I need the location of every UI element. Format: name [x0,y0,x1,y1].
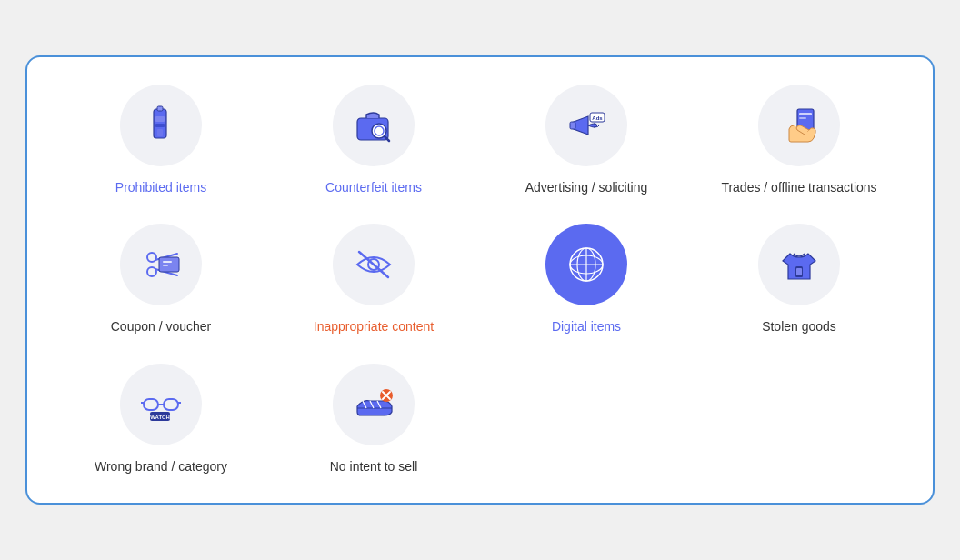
label-stolen-goods: Stolen goods [762,318,836,336]
wrong-brand-icon: WATCH [137,381,185,428]
label-no-intent: No intent to sell [330,458,418,476]
counterfeit-icon [350,102,397,149]
svg-rect-2 [155,116,165,122]
advertising-icon: Ads [563,102,610,149]
svg-rect-32 [164,399,178,410]
icon-circle-wrong-brand: WATCH [120,364,202,445]
coupon-icon [137,241,185,288]
item-stolen-goods[interactable]: Stolen goods [702,224,896,336]
svg-rect-14 [799,117,806,119]
svg-text:WATCH: WATCH [150,415,170,420]
item-counterfeit-items[interactable]: Counterfeit items [276,85,471,197]
icon-circle-counterfeit [333,85,415,166]
icon-circle-trades [758,85,840,166]
item-wrong-brand[interactable]: WATCH Wrong brand / category [64,364,258,476]
svg-rect-21 [163,265,168,266]
item-digital-items[interactable]: Digital items [489,224,684,336]
prohibited-icon [137,102,185,149]
icon-circle-inappropriate [333,224,415,305]
svg-rect-1 [157,106,163,111]
icon-circle-prohibited [120,85,202,166]
svg-rect-19 [159,257,179,272]
svg-rect-30 [796,268,802,275]
label-wrong-brand: Wrong brand / category [95,458,227,476]
label-trades-offline: Trades / offline transactions [721,179,876,197]
label-prohibited-items: Prohibited items [115,179,206,197]
icon-circle-stolen [758,224,840,305]
svg-rect-3 [155,124,165,127]
label-coupon-voucher: Coupon / voucher [111,318,212,336]
svg-rect-4 [157,129,163,136]
item-prohibited-items[interactable]: Prohibited items [64,85,258,197]
item-advertising-soliciting[interactable]: Ads Advertising / soliciting [489,85,684,197]
svg-rect-31 [144,399,158,410]
items-grid: Prohibited items Counterfeit items [64,85,896,476]
icon-circle-advertising: Ads [545,85,627,166]
icon-circle-coupon [120,224,202,305]
item-trades-offline[interactable]: Trades / offline transactions [702,85,896,197]
svg-rect-20 [163,261,172,263]
svg-rect-13 [799,113,812,115]
digital-icon [563,241,610,288]
icon-circle-no-intent [333,364,415,445]
main-card: Prohibited items Counterfeit items [25,55,935,505]
item-inappropriate-content[interactable]: Inappropriate content [276,224,471,336]
icon-circle-digital [545,224,627,305]
label-counterfeit-items: Counterfeit items [325,179,422,197]
svg-text:Ads: Ads [592,115,603,121]
svg-rect-9 [570,122,575,129]
label-advertising-soliciting: Advertising / soliciting [525,179,648,197]
inappropriate-icon [350,241,397,288]
label-inappropriate-content: Inappropriate content [314,318,434,336]
item-no-intent[interactable]: No intent to sell [276,364,471,476]
item-coupon-voucher[interactable]: Coupon / voucher [64,224,258,336]
trades-icon [775,102,823,149]
svg-line-23 [359,252,388,277]
stolen-icon [775,241,823,288]
label-digital-items: Digital items [552,318,621,336]
no-intent-icon [350,381,397,428]
